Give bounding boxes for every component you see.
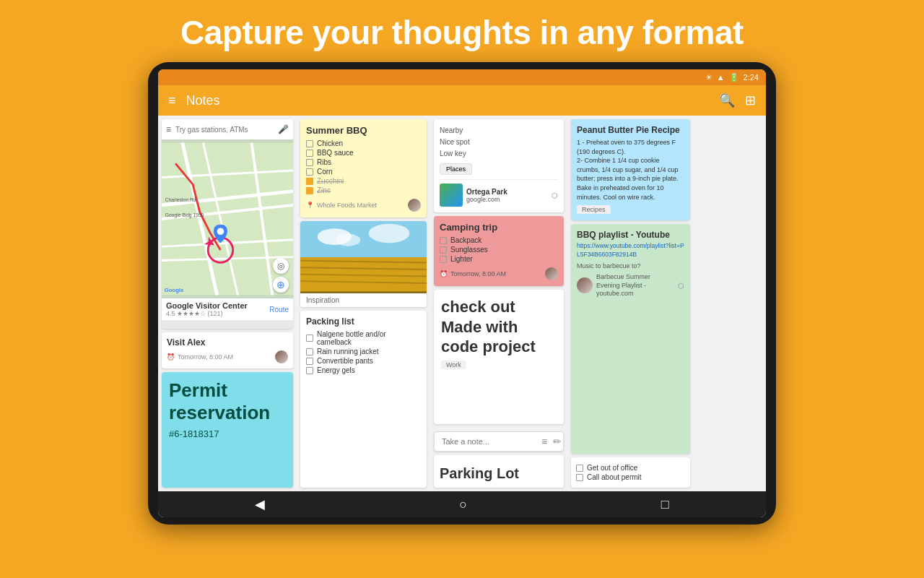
image-placeholder (300, 221, 427, 293)
bbq-item-zinc: Zinc (306, 186, 421, 194)
camping-time: Tomorrow, 8:00 AM (450, 270, 506, 277)
park-item: Ortega Park google.com ⬡ (440, 179, 558, 207)
checkbox-icon[interactable] (440, 256, 447, 263)
getout-item-1: Get out of office (576, 464, 685, 472)
playlist-desc: Music to barbecue to? (577, 262, 684, 269)
take-note-input[interactable] (442, 437, 541, 446)
work-tag[interactable]: Work (441, 361, 466, 369)
camping-title: Camping trip (440, 222, 558, 233)
route-link[interactable]: Route (269, 306, 289, 314)
map-zoom-btn[interactable]: ⊕ (273, 277, 289, 293)
map-mic-icon[interactable]: 🎤 (278, 124, 289, 134)
checkbox-icon[interactable] (306, 187, 313, 194)
packing-item-1: Nalgene bottle and/or camelback (306, 330, 421, 346)
item-label: BBQ sauce (317, 149, 354, 157)
checkbox-icon[interactable] (306, 140, 313, 147)
svg-point-10 (217, 228, 225, 235)
map-current-btn[interactable]: ◎ (273, 258, 289, 274)
avatar-image (577, 277, 593, 293)
item-label: Energy gels (317, 366, 355, 374)
checkbox-icon[interactable] (440, 237, 447, 244)
bbq-place: Whole Foods Market (317, 202, 377, 209)
map-search-input[interactable] (175, 126, 274, 134)
packing-item-3: Convertible pants (306, 357, 421, 365)
map-footer: Google Visitor Center 4.5 ★★★★☆ (121) Ro… (162, 298, 293, 320)
item-label: Zinc (317, 186, 331, 194)
visit-time: ⏰ Tomorrow, 8:00 AM (167, 350, 288, 363)
map-body: ➤ Charleston Rd. Google Bldg 1950 Google… (162, 139, 293, 298)
park-external-icon[interactable]: ⬡ (552, 191, 558, 199)
edit-icon[interactable]: ✏ (553, 436, 562, 447)
playlist-item-site: youtube.com (596, 290, 674, 298)
home-button[interactable]: ○ (459, 497, 467, 512)
back-button[interactable]: ◀ (255, 496, 265, 512)
parking-title: Parking Lot (440, 465, 558, 482)
location-icon: 📍 (306, 202, 314, 209)
nearby-tag-3: Low key (440, 148, 558, 160)
checkout-card: check out Made with code project Work (434, 290, 564, 424)
playlist-url[interactable]: https://www.youtube.com/playlist?list=PL… (577, 242, 684, 259)
app-toolbar: ≡ Notes 🔍 ⊞ (158, 85, 766, 116)
permit-card: Permit reservation #6-1818317 (162, 372, 293, 488)
checkbox-icon[interactable] (306, 168, 313, 176)
places-button[interactable]: Places (440, 163, 472, 175)
visit-card: Visit Alex ⏰ Tomorrow, 8:00 AM (162, 332, 293, 368)
bbq-footer: 📍 Whole Foods Market (306, 199, 421, 212)
col-1: ≡ 🎤 (158, 116, 297, 491)
recipes-tag[interactable]: Recipes (577, 205, 611, 214)
checkbox-icon[interactable] (306, 335, 313, 342)
checkbox-icon[interactable] (306, 159, 313, 166)
item-label: Corn (317, 168, 333, 176)
item-label: Ribs (317, 158, 331, 166)
pb-card: Peanut Butter Pie Recipe 1 - Preheat ove… (571, 119, 690, 220)
col-3: Nearby Nice spot Low key Places Ortega P… (430, 116, 567, 491)
map-toolbar: ≡ 🎤 (162, 119, 293, 139)
playlist-card: BBQ playlist - Youtube https://www.youtu… (571, 224, 690, 454)
visit-time-text: Tomorrow, 8:00 AM (178, 353, 233, 361)
item-label: Sunglasses (450, 246, 488, 254)
park-info: Ortega Park google.com (466, 188, 507, 203)
getout-item-2: Call about permit (576, 473, 685, 481)
playlist-title: BBQ playlist - Youtube (577, 230, 684, 240)
bbq-item-corn: Corn (306, 168, 421, 176)
tablet-outer: ☀ ▲ 🔋 2:24 ≡ Notes 🔍 ⊞ ≡ 🎤 (148, 62, 776, 525)
bottom-nav: ◀ ○ □ (158, 491, 766, 517)
grid-icon[interactable]: ⊞ (745, 92, 756, 108)
playlist-footer: Barbecue Summer Evening Playlist - youtu… (577, 273, 684, 298)
map-menu-icon[interactable]: ≡ (166, 124, 171, 134)
bbq-item-bbqsauce: BBQ sauce (306, 149, 421, 157)
visit-avatar (275, 350, 288, 363)
permit-number: #6-1818317 (169, 428, 286, 439)
visit-title: Visit Alex (167, 337, 288, 348)
col-4: Peanut Butter Pie Recipe 1 - Preheat ove… (567, 116, 694, 491)
svg-text:Google: Google (165, 287, 183, 293)
checkout-text: check out Made with code project (441, 297, 557, 357)
checkbox-icon[interactable] (306, 178, 313, 185)
search-icon[interactable]: 🔍 (719, 92, 735, 108)
playlist-avatar (577, 277, 593, 293)
checkbox-icon[interactable] (440, 246, 447, 254)
item-label: Chicken (317, 139, 343, 147)
checkbox-icon[interactable] (576, 465, 583, 472)
checkbox-icon[interactable] (306, 367, 313, 374)
checkbox-icon[interactable] (306, 150, 313, 157)
camping-item-2: Sunglasses (440, 246, 558, 254)
recent-button[interactable]: □ (661, 497, 669, 512)
col-2: Summer BBQ Chicken BBQ sauce Ribs (297, 116, 430, 491)
brightness-icon: ☀ (705, 73, 712, 82)
checkbox-icon[interactable] (306, 348, 313, 355)
camping-avatar (545, 267, 558, 280)
bbq-title: Summer BBQ (306, 125, 421, 136)
packing-title: Packing list (306, 316, 421, 327)
playlist-external-icon[interactable]: ⬡ (678, 282, 684, 290)
status-bar: ☀ ▲ 🔋 2:24 (158, 69, 766, 85)
camping-footer: ⏰ Tomorrow, 8:00 AM (440, 267, 558, 280)
bbq-card: Summer BBQ Chicken BBQ sauce Ribs (300, 119, 427, 217)
checkbox-icon[interactable] (576, 474, 583, 481)
clock-icon: ⏰ (440, 270, 448, 277)
checkbox-icon[interactable] (306, 358, 313, 365)
list-icon[interactable]: ≡ (541, 436, 547, 447)
hamburger-icon[interactable]: ≡ (168, 93, 176, 108)
bbq-item-zucchini: Zucchini (306, 177, 421, 185)
item-label: Backpack (450, 236, 481, 244)
